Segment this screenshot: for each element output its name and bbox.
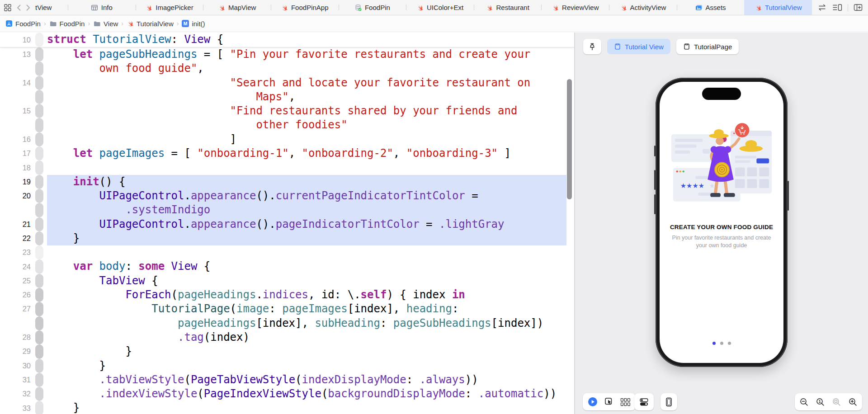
breadcrumb-item-view[interactable]: View	[93, 20, 118, 28]
zoom-in-icon[interactable]	[849, 398, 857, 406]
page-dot[interactable]	[728, 342, 731, 345]
fold-ribbon[interactable]	[35, 160, 43, 174]
tab-restaurant[interactable]: Restaurant	[474, 0, 542, 15]
code-text-area[interactable]: UIPageControl.appearance().currentPageIn…	[47, 189, 566, 203]
tab-tutorialview[interactable]: TutorialView	[744, 0, 812, 15]
code-text-area[interactable]: "Search and locate your favorite restaur…	[47, 76, 566, 90]
fold-ribbon[interactable]	[35, 175, 43, 189]
tab-foodpinapp[interactable]: FoodPinApp	[271, 0, 339, 15]
zoom-100-icon[interactable]: 1	[816, 398, 825, 406]
zoom-fit-icon[interactable]	[832, 398, 841, 406]
swap-arrows-icon[interactable]	[817, 4, 827, 11]
code-text-area[interactable]: .systemIndigo	[47, 203, 566, 217]
fold-ribbon[interactable]	[35, 274, 43, 288]
code-line-10[interactable]: 10struct TutorialView: View {	[0, 33, 574, 47]
code-line-14[interactable]: 14 "Search and locate your favorite rest…	[0, 76, 574, 90]
code-text-area[interactable]: .tag(index)	[47, 330, 566, 344]
tab-info[interactable]: Info	[68, 0, 136, 15]
code-text-area[interactable]: .indexViewStyle(PageIndexViewStyle(backg…	[47, 387, 566, 401]
fold-ribbon[interactable]	[35, 132, 43, 146]
code-text-area[interactable]: init() {	[47, 175, 566, 189]
fold-ribbon[interactable]	[35, 33, 43, 47]
fold-ribbon[interactable]	[35, 401, 43, 414]
fold-ribbon[interactable]	[35, 373, 43, 387]
code-text-area[interactable]: other foodies"	[47, 118, 566, 132]
code-line-wrap[interactable]: pageHeadings[index], subHeading: pageSub…	[0, 316, 574, 330]
fold-ribbon[interactable]	[35, 146, 43, 160]
code-line-23[interactable]: 23	[0, 245, 574, 259]
code-text-area[interactable]: pageHeadings[index], subHeading: pageSub…	[47, 316, 566, 330]
code-text-area[interactable]: UIPageControl.appearance().pageIndicator…	[47, 217, 566, 231]
code-line-28[interactable]: 28 .tag(index)	[0, 330, 574, 344]
code-line-wrap[interactable]: .systemIndigo	[0, 203, 574, 217]
preview-chip-tutorial-view[interactable]: Tutorial View	[607, 39, 670, 54]
device-bezel-icon[interactable]	[665, 397, 672, 407]
fold-ribbon[interactable]	[35, 90, 43, 104]
code-line-30[interactable]: 30 }	[0, 359, 574, 373]
pointer-icon[interactable]	[604, 397, 613, 406]
code-text-area[interactable]: Maps",	[47, 90, 566, 104]
breadcrumb-item-foodpin[interactable]: FoodPin	[5, 20, 41, 28]
tab-assets[interactable]: Assets	[677, 0, 745, 15]
code-text-area[interactable]: "Find restaurants shared by your friends…	[47, 104, 566, 118]
editor-options-icon[interactable]	[832, 4, 842, 11]
tab-uicolor-ext[interactable]: UIColor+Ext	[406, 0, 474, 15]
fold-ribbon[interactable]	[35, 76, 43, 90]
fold-ribbon[interactable]	[35, 231, 43, 245]
code-line-13[interactable]: 13 let pageSubHeadings = [ "Pin your fav…	[0, 47, 574, 61]
code-text-area[interactable]: ]	[47, 132, 566, 146]
fold-ribbon[interactable]	[35, 245, 43, 259]
code-line-15[interactable]: 15 "Find restaurants shared by your frie…	[0, 104, 574, 118]
zoom-out-icon[interactable]	[800, 398, 808, 406]
fold-ribbon[interactable]	[35, 387, 43, 401]
chevron-right-icon[interactable]	[26, 4, 31, 11]
code-text-area[interactable]: ForEach(pageHeadings.indices, id: \.self…	[47, 288, 566, 302]
code-text-area[interactable]: TabView {	[47, 274, 566, 288]
code-line-wrap[interactable]: Maps",	[0, 90, 574, 104]
tab-reviewview[interactable]: ReviewView	[541, 0, 609, 15]
fold-ribbon[interactable]	[35, 47, 43, 61]
code-text-area[interactable]	[47, 245, 566, 259]
code-text-area[interactable]: own food guide",	[47, 61, 566, 75]
code-line-31[interactable]: 31 .tabViewStyle(PageTabViewStyle(indexD…	[0, 373, 574, 387]
code-text-area[interactable]: }	[47, 401, 566, 414]
code-line-22[interactable]: 22 }	[0, 231, 574, 245]
preview-chip-tutorialpage[interactable]: TutorialPage	[676, 39, 739, 54]
code-line-24[interactable]: 24 var body: some View {	[0, 259, 574, 273]
page-dot-active[interactable]	[712, 342, 716, 345]
variants-grid-icon[interactable]	[620, 398, 631, 406]
code-text-area[interactable]: }	[47, 344, 566, 358]
breadcrumb-item-tutorialview[interactable]: TutorialView	[127, 20, 174, 28]
page-indicator[interactable]	[660, 342, 783, 345]
code-line-26[interactable]: 26 ForEach(pageHeadings.indices, id: \.s…	[0, 288, 574, 302]
code-line-19[interactable]: 19 init() {	[0, 175, 574, 189]
code-line-16[interactable]: 16 ]	[0, 132, 574, 146]
add-editor-icon[interactable]	[854, 4, 863, 11]
related-items-icon[interactable]	[4, 4, 12, 12]
fold-ribbon[interactable]	[35, 104, 43, 118]
code-text-area[interactable]: struct TutorialView: View {	[47, 33, 566, 47]
code-text-area[interactable]: }	[47, 231, 566, 245]
pin-preview-button[interactable]	[583, 39, 601, 54]
tab-mapview[interactable]: MapView	[203, 0, 271, 15]
fold-ribbon[interactable]	[35, 189, 43, 203]
fold-ribbon[interactable]	[35, 288, 43, 302]
fold-ribbon[interactable]	[35, 344, 43, 358]
code-text-area[interactable]: var body: some View {	[47, 259, 566, 273]
fold-ribbon[interactable]	[35, 359, 43, 373]
tab-tview[interactable]: tView	[35, 0, 68, 15]
breadcrumb-item-foodpin[interactable]: FoodPin	[49, 20, 85, 28]
code-line-17[interactable]: 17 let pageImages = [ "onboarding-1", "o…	[0, 146, 574, 160]
fold-ribbon[interactable]	[35, 203, 43, 217]
breadcrumb-item-init-[interactable]: Minit()	[182, 20, 205, 28]
code-text-area[interactable]: TutorialPage(image: pageImages[index], h…	[47, 302, 566, 316]
code-line-27[interactable]: 27 TutorialPage(image: pageImages[index]…	[0, 302, 574, 316]
code-text-area[interactable]: .tabViewStyle(PageTabViewStyle(indexDisp…	[47, 373, 566, 387]
code-text-area[interactable]: let pageSubHeadings = [ "Pin your favori…	[47, 47, 566, 61]
code-line-21[interactable]: 21 UIPageControl.appearance().pageIndica…	[0, 217, 574, 231]
tab-foodpin[interactable]: FoodPin	[339, 0, 406, 15]
code-text-area[interactable]: let pageImages = [ "onboarding-1", "onbo…	[47, 146, 566, 160]
code-line-32[interactable]: 32 .indexViewStyle(PageIndexViewStyle(ba…	[0, 387, 574, 401]
fold-ribbon[interactable]	[35, 217, 43, 231]
code-line-33[interactable]: 33 }	[0, 401, 574, 414]
